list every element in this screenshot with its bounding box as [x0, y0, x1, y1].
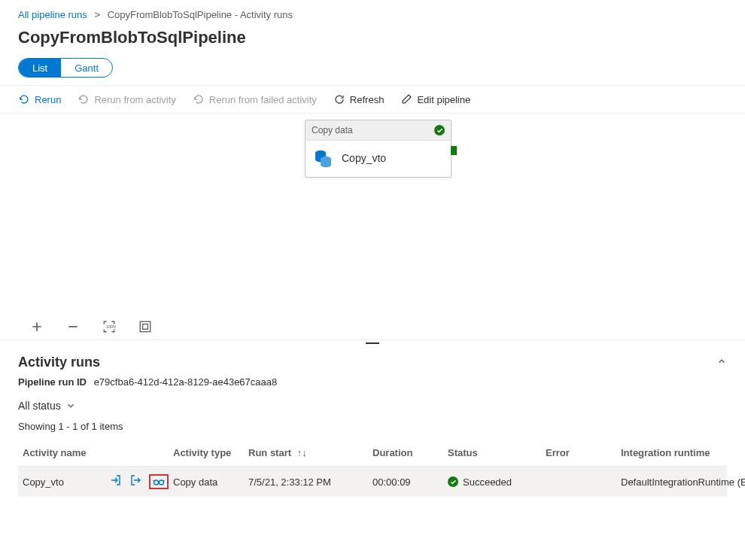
toolbar: Rerun Rerun from activity Rerun from fai… — [0, 85, 745, 114]
pane-splitter[interactable] — [0, 339, 745, 347]
rerun-label: Rerun — [35, 94, 61, 105]
collapse-section-button[interactable] — [716, 356, 727, 369]
pipeline-run-id: Pipeline run ID e79cfba6-412d-412a-8129-… — [18, 376, 727, 388]
database-icon — [313, 148, 333, 168]
rerun-icon — [18, 93, 30, 105]
activity-type-label: Copy data — [312, 125, 353, 135]
svg-rect-4 — [143, 324, 148, 330]
zoom-reset-button[interactable]: 100% — [102, 320, 116, 333]
col-status[interactable]: Status — [448, 447, 546, 458]
tab-gantt[interactable]: Gantt — [61, 59, 112, 77]
run-id-value: e79cfba6-412d-412a-8129-ae43e67caaa8 — [94, 376, 278, 388]
zoom-out-button[interactable] — [66, 320, 80, 333]
refresh-button[interactable]: Refresh — [333, 93, 385, 105]
activity-node[interactable]: Copy data Copy_vto — [305, 120, 452, 178]
svg-point-5 — [154, 480, 159, 485]
input-icon[interactable] — [110, 474, 122, 489]
svg-text:100%: 100% — [106, 324, 116, 329]
rerun-from-activity-label: Rerun from activity — [94, 94, 175, 105]
row-activity-name: Copy_vto — [23, 476, 64, 488]
edit-icon — [400, 93, 412, 105]
row-status: Succeeded — [463, 476, 512, 488]
svg-point-6 — [160, 480, 164, 485]
col-activity-name[interactable]: Activity name — [23, 447, 173, 458]
row-run-start: 7/5/21, 2:33:12 PM — [248, 476, 372, 488]
breadcrumb-current: CopyFromBlobToSqlPipeline - Activity run… — [108, 9, 293, 20]
activity-node-header: Copy data — [306, 120, 451, 141]
row-activity-type: Copy data — [173, 476, 248, 488]
rerun-from-activity-icon — [78, 93, 90, 105]
rerun-from-failed-label: Rerun from failed activity — [209, 94, 317, 105]
section-title: Activity runs — [18, 355, 100, 370]
details-icon[interactable] — [149, 474, 169, 489]
zoom-in-button[interactable] — [30, 320, 44, 333]
activity-name-label: Copy_vto — [342, 152, 386, 164]
success-icon — [434, 125, 445, 135]
col-duration[interactable]: Duration — [372, 447, 448, 458]
activity-runs-table: Activity name Activity type Run start ↑↓… — [18, 440, 727, 497]
status-success-icon — [448, 476, 458, 487]
status-filter-dropdown[interactable]: All status — [18, 400, 727, 412]
row-duration: 00:00:09 — [372, 476, 448, 488]
pipeline-canvas[interactable]: Copy data Copy_vto 100% — [0, 114, 745, 339]
breadcrumb-root-link[interactable]: All pipeline runs — [18, 9, 87, 20]
canvas-controls: 100% — [30, 320, 152, 333]
rerun-from-failed-icon — [193, 93, 205, 105]
breadcrumb: All pipeline runs > CopyFromBlobToSqlPip… — [0, 0, 745, 25]
refresh-icon — [333, 93, 345, 105]
row-integration-runtime: DefaultIntegrationRuntime (Eas — [621, 476, 745, 488]
edit-pipeline-button[interactable]: Edit pipeline — [400, 93, 470, 105]
col-activity-type[interactable]: Activity type — [173, 447, 248, 458]
rerun-from-activity-button: Rerun from activity — [78, 93, 175, 105]
status-filter-label: All status — [18, 400, 61, 412]
sort-icon: ↑↓ — [297, 447, 307, 458]
page-title: CopyFromBlobToSqlPipeline — [0, 25, 745, 58]
edit-pipeline-label: Edit pipeline — [417, 94, 470, 105]
fit-screen-button[interactable] — [138, 320, 152, 333]
showing-count: Showing 1 - 1 of 1 items — [18, 421, 727, 432]
grip-icon — [366, 342, 379, 345]
col-error[interactable]: Error — [546, 447, 621, 458]
rerun-from-failed-button: Rerun from failed activity — [193, 93, 317, 105]
output-icon[interactable] — [129, 474, 141, 489]
rerun-button[interactable]: Rerun — [18, 93, 61, 105]
col-run-start[interactable]: Run start ↑↓ — [248, 447, 372, 458]
col-run-start-label: Run start — [248, 447, 291, 458]
output-port[interactable] — [451, 146, 457, 155]
run-id-label: Pipeline run ID — [18, 376, 87, 388]
col-integration-runtime[interactable]: Integration runtime — [621, 447, 745, 458]
svg-rect-3 — [140, 321, 151, 332]
view-tabs: List Gantt — [18, 58, 113, 78]
refresh-label: Refresh — [350, 94, 385, 105]
activity-runs-section: Activity runs Pipeline run ID e79cfba6-4… — [0, 347, 745, 497]
table-row[interactable]: Copy_vto Copy data 7/5/21, 2:33:12 PM 00… — [18, 467, 727, 497]
breadcrumb-separator: > — [94, 9, 100, 20]
chevron-down-icon — [65, 400, 76, 411]
table-header: Activity name Activity type Run start ↑↓… — [18, 440, 727, 467]
tab-list[interactable]: List — [19, 59, 61, 77]
